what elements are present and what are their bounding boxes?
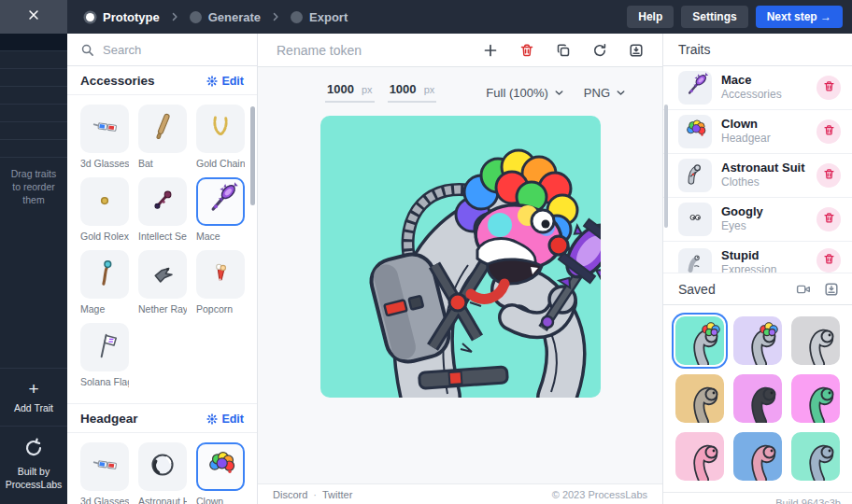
trash-icon: [823, 211, 835, 228]
rail-category-item[interactable]: [0, 87, 67, 105]
applied-trait-row[interactable]: Clown Headgear: [663, 110, 852, 154]
remove-trait-button[interactable]: [816, 207, 841, 231]
step-export[interactable]: Export: [291, 10, 348, 24]
trait-option-thumbnail: [80, 105, 129, 153]
width-input[interactable]: [327, 82, 357, 96]
trait-category: Expression: [721, 263, 807, 273]
height-input[interactable]: [390, 82, 419, 96]
twitter-link[interactable]: Twitter: [322, 489, 352, 500]
next-step-button[interactable]: Next step →: [756, 6, 843, 28]
step-dot: [86, 13, 94, 21]
step-generate[interactable]: Generate: [190, 10, 261, 24]
trait-option[interactable]: Bat: [138, 105, 187, 169]
trait-option[interactable]: Gold Chain: [196, 105, 245, 169]
snake-art: [733, 316, 782, 365]
trait-option-thumbnail: [196, 250, 245, 299]
trait-option-thumbnail: [138, 442, 187, 491]
plus-icon: +: [0, 380, 67, 398]
googly-eyes-icon: [681, 203, 709, 235]
zoom-dropdown[interactable]: Full (100%): [486, 86, 564, 100]
saved-token-thumbnail[interactable]: [791, 374, 840, 423]
export-icon[interactable]: [824, 282, 839, 297]
rail-category-item[interactable]: [0, 51, 67, 69]
applied-trait-row[interactable]: Stupid Expression: [663, 242, 852, 273]
applied-trait-row[interactable]: Googly Eyes: [663, 198, 852, 242]
trait-option[interactable]: Mace: [196, 177, 245, 242]
step-label: Export: [309, 10, 348, 24]
close-icon: [27, 8, 40, 25]
saved-token-thumbnail[interactable]: [675, 316, 724, 365]
saved-token-thumbnail[interactable]: [675, 432, 724, 481]
token-preview[interactable]: [320, 116, 601, 398]
applied-trait-row[interactable]: Mace Accessories: [663, 66, 852, 110]
snake-art: [791, 374, 840, 423]
trait-option[interactable]: Nether Ray...: [138, 250, 187, 315]
trait-option-thumbnail: [138, 177, 187, 226]
remove-trait-button[interactable]: [816, 76, 841, 100]
close-button[interactable]: [0, 0, 67, 34]
discord-link[interactable]: Discord: [273, 489, 307, 500]
glasses-3d-icon: [86, 446, 123, 487]
saved-token-thumbnail[interactable]: [675, 374, 724, 423]
toolbar-button[interactable]: [592, 43, 607, 58]
trait-option[interactable]: Gold Rolex: [80, 177, 129, 242]
token-preview-art: [320, 116, 601, 398]
remove-trait-button[interactable]: [816, 163, 841, 188]
rename-token-input[interactable]: [277, 43, 483, 58]
remove-trait-button[interactable]: [816, 119, 841, 144]
trait-option[interactable]: Intellect Ser...: [138, 177, 187, 242]
trait-option[interactable]: 3d Glasses: [80, 105, 129, 169]
camera-icon[interactable]: [796, 282, 811, 297]
step-prototype[interactable]: Prototype: [84, 10, 160, 24]
saved-token-thumbnail[interactable]: [733, 374, 782, 423]
saved-token-thumbnail[interactable]: [733, 432, 782, 481]
clown-wig-icon: [681, 116, 709, 147]
applied-trait-row[interactable]: Astronaut Suit Clothes: [663, 154, 852, 198]
format-dropdown[interactable]: PNG: [584, 86, 627, 100]
library-scrollbar[interactable]: [250, 106, 255, 205]
snake-art: [675, 432, 724, 481]
built-by-badge[interactable]: Built by ProcessLabs: [0, 426, 67, 504]
trait-option[interactable]: Clown: [196, 442, 245, 504]
trait-option[interactable]: Popcorn: [196, 250, 245, 315]
rail-category-item[interactable]: [0, 122, 67, 140]
trait-option[interactable]: 3d Glasses: [80, 442, 129, 504]
edit-headgear-button[interactable]: Edit: [206, 413, 244, 426]
rail-category-item[interactable]: [0, 69, 67, 87]
gold-rolex-icon: [86, 181, 123, 222]
settings-button[interactable]: Settings: [681, 6, 747, 28]
height-field: px: [388, 82, 437, 103]
saved-token-thumbnail[interactable]: [791, 432, 840, 481]
trait-option[interactable]: Solana Flag: [80, 323, 129, 387]
rail-category-item[interactable]: [0, 105, 67, 122]
topbar-actions: Help Settings Next step →: [627, 6, 843, 28]
add-trait-button[interactable]: + Add Trait: [0, 368, 67, 426]
traits-header: Traits: [663, 34, 852, 66]
trait-option[interactable]: Mage: [80, 250, 129, 315]
chevron-right-icon: [270, 11, 281, 22]
rail-category-item[interactable]: [0, 34, 67, 51]
toolbar-button[interactable]: [556, 43, 571, 58]
search-input[interactable]: [103, 43, 244, 57]
trait-name: Clown: [721, 117, 807, 132]
toolbar-button[interactable]: [483, 43, 498, 58]
saved-token-thumbnail[interactable]: [733, 316, 782, 365]
trait-category: Clothes: [721, 175, 807, 190]
trait-option-thumbnail: [80, 177, 129, 226]
trait-option-label: Intellect Ser...: [138, 231, 187, 242]
add-trait-label: Add Trait: [0, 402, 67, 413]
remove-trait-button[interactable]: [816, 248, 841, 273]
edit-accessories-button[interactable]: Edit: [206, 75, 244, 88]
toolbar-button[interactable]: [629, 43, 644, 58]
help-button[interactable]: Help: [627, 6, 674, 28]
copyright-label: © 2023 ProcessLabs: [552, 489, 647, 500]
saved-token-thumbnail[interactable]: [791, 316, 840, 365]
toolbar-button[interactable]: [519, 43, 534, 58]
rail-category-item[interactable]: [0, 140, 67, 158]
trait-library-panel: Accessories Edit 3d Glasses Bat: [67, 34, 258, 504]
snake-art: [675, 316, 724, 365]
trait-category: Eyes: [721, 219, 807, 234]
traits-scrollbar[interactable]: [664, 105, 668, 228]
trait-name: Mace: [721, 73, 807, 88]
trait-option[interactable]: Astronaut H...: [138, 442, 187, 504]
